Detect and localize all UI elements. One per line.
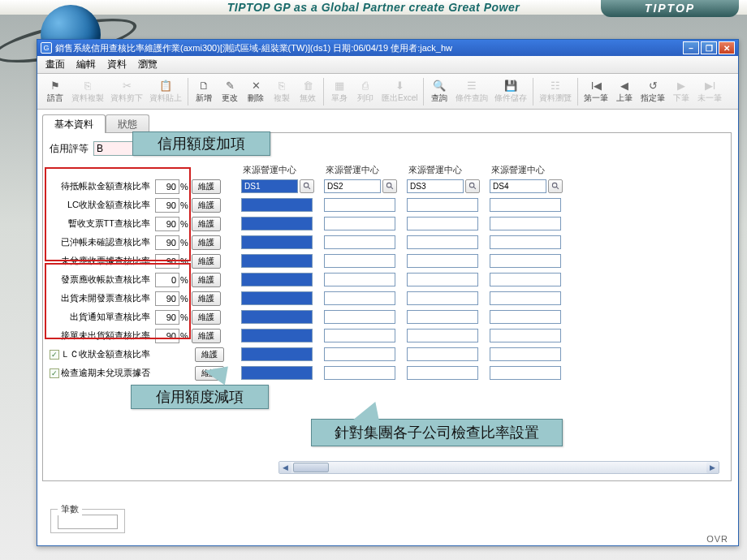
lookup-button[interactable] bbox=[300, 179, 314, 193]
source-bar[interactable] bbox=[407, 198, 478, 212]
source-bar[interactable] bbox=[241, 310, 313, 324]
menu-browse[interactable]: 瀏覽 bbox=[133, 56, 162, 73]
source-bar[interactable] bbox=[407, 291, 478, 305]
maintain-button[interactable]: 維護 bbox=[192, 254, 221, 269]
source-bar[interactable] bbox=[407, 254, 478, 268]
tab-basic[interactable]: 基本資料 bbox=[42, 114, 106, 133]
ratio-input[interactable] bbox=[155, 217, 179, 231]
tool-last[interactable]: ▶I未一筆 bbox=[694, 79, 725, 104]
source-bar[interactable] bbox=[490, 254, 561, 268]
source-bar[interactable] bbox=[241, 273, 313, 286]
tool-edit[interactable]: ✎更改 bbox=[217, 79, 243, 104]
source-bar[interactable] bbox=[324, 217, 395, 230]
hscroll-right[interactable]: ▶ bbox=[706, 462, 719, 473]
source-bar[interactable] bbox=[490, 217, 561, 230]
minimize-button[interactable]: – bbox=[683, 41, 699, 54]
source-bar[interactable] bbox=[490, 366, 561, 380]
source-bar[interactable] bbox=[490, 273, 561, 286]
source-bar[interactable] bbox=[324, 291, 395, 305]
source-bar[interactable] bbox=[324, 366, 395, 380]
source-bar[interactable] bbox=[490, 198, 561, 212]
tool-language[interactable]: ⚑語言 bbox=[42, 79, 68, 104]
maintain-button[interactable]: 維護 bbox=[192, 291, 221, 306]
source-bar[interactable] bbox=[490, 310, 561, 324]
source-bar[interactable] bbox=[407, 329, 478, 342]
source-bar[interactable] bbox=[490, 347, 561, 361]
source-bar[interactable] bbox=[407, 273, 478, 286]
tool-condsave[interactable]: 💾條件儲存 bbox=[491, 79, 530, 104]
source-bar[interactable] bbox=[241, 329, 313, 342]
tool-void[interactable]: 🗑無效 bbox=[295, 79, 321, 104]
tool-goto[interactable]: ↺指定筆 bbox=[637, 79, 668, 104]
source-bar[interactable] bbox=[324, 254, 395, 268]
source-bar[interactable] bbox=[490, 291, 561, 305]
source-bar[interactable] bbox=[324, 310, 395, 324]
menu-data[interactable]: 資料 bbox=[102, 56, 132, 73]
source-bar[interactable] bbox=[407, 347, 478, 361]
tool-dup[interactable]: ⎘複製 bbox=[269, 79, 295, 104]
source-bar[interactable] bbox=[407, 366, 478, 380]
maintain-button[interactable]: 維護 bbox=[192, 329, 221, 343]
tool-delete[interactable]: ✕刪除 bbox=[243, 79, 269, 104]
close-button[interactable]: ✕ bbox=[719, 41, 735, 54]
ratio-input[interactable] bbox=[155, 254, 179, 269]
source-bar[interactable] bbox=[407, 310, 478, 324]
tool-first[interactable]: I◀第一筆 bbox=[581, 79, 611, 104]
ratio-input[interactable] bbox=[155, 291, 179, 306]
lookup-button[interactable] bbox=[548, 179, 563, 193]
hscroll-left[interactable]: ◀ bbox=[279, 462, 291, 473]
source-bar[interactable] bbox=[324, 347, 395, 361]
tool-paste[interactable]: 📋資料貼上 bbox=[146, 79, 185, 104]
ratio-input[interactable] bbox=[155, 310, 179, 325]
hscrollbar[interactable]: ◀ ▶ bbox=[279, 461, 719, 474]
lookup-button[interactable] bbox=[465, 179, 480, 193]
menu-screen[interactable]: 畫面 bbox=[41, 56, 70, 73]
maintain-button[interactable]: 維護 bbox=[195, 347, 224, 362]
ratio-input[interactable] bbox=[155, 235, 179, 250]
ratio-input[interactable] bbox=[155, 273, 179, 287]
tool-print[interactable]: ⎙列印 bbox=[352, 79, 378, 104]
tab-status[interactable]: 狀態 bbox=[106, 114, 149, 133]
tool-single[interactable]: ▦單身 bbox=[326, 79, 352, 104]
tool-browse[interactable]: ☷資料瀏覽 bbox=[536, 79, 575, 104]
maintain-button[interactable]: 維護 bbox=[192, 198, 221, 213]
checkbox[interactable]: ✓ bbox=[50, 368, 59, 378]
hscroll-thumb[interactable] bbox=[293, 463, 329, 472]
ratio-input[interactable] bbox=[155, 198, 179, 213]
source-bar[interactable] bbox=[241, 198, 313, 212]
maintain-button[interactable]: 維護 bbox=[192, 273, 221, 287]
maintain-button[interactable]: 維護 bbox=[192, 235, 221, 250]
source-bar[interactable] bbox=[324, 273, 395, 286]
maintain-button[interactable]: 維護 bbox=[192, 179, 221, 194]
source-bar[interactable] bbox=[407, 217, 478, 230]
tool-condquery[interactable]: ☰條件查詢 bbox=[452, 79, 491, 104]
source-bar[interactable] bbox=[241, 235, 313, 249]
source-cell[interactable]: DS2 bbox=[324, 179, 381, 193]
tool-excel[interactable]: ⬇匯出Excel bbox=[378, 79, 421, 104]
tool-new[interactable]: 🗋新增 bbox=[191, 79, 217, 104]
maximize-button[interactable]: ❐ bbox=[701, 41, 717, 54]
tool-next[interactable]: ▶下筆 bbox=[668, 79, 694, 104]
tool-cut[interactable]: ✂資料剪下 bbox=[107, 79, 146, 104]
source-cell[interactable]: DS3 bbox=[407, 179, 464, 193]
source-bar[interactable] bbox=[490, 329, 561, 342]
ratio-input[interactable] bbox=[155, 329, 179, 343]
tool-copy[interactable]: ⎘資料複製 bbox=[68, 79, 107, 104]
source-bar[interactable] bbox=[407, 235, 478, 249]
source-bar[interactable] bbox=[241, 254, 313, 268]
source-bar[interactable] bbox=[241, 291, 313, 305]
tool-query[interactable]: 🔍查詢 bbox=[426, 79, 452, 104]
source-cell[interactable]: DS1 bbox=[241, 179, 298, 193]
source-cell[interactable]: DS4 bbox=[490, 179, 546, 193]
menu-edit[interactable]: 編輯 bbox=[71, 56, 101, 73]
source-bar[interactable] bbox=[490, 235, 561, 249]
checkbox[interactable]: ✓ bbox=[50, 350, 59, 360]
source-bar[interactable] bbox=[324, 235, 395, 249]
source-bar[interactable] bbox=[324, 198, 395, 212]
source-bar[interactable] bbox=[324, 329, 395, 342]
ratio-input[interactable] bbox=[155, 179, 179, 194]
source-bar[interactable] bbox=[241, 366, 313, 380]
source-bar[interactable] bbox=[241, 347, 313, 361]
lookup-button[interactable] bbox=[382, 179, 397, 193]
tool-prev[interactable]: ◀上筆 bbox=[611, 79, 637, 104]
